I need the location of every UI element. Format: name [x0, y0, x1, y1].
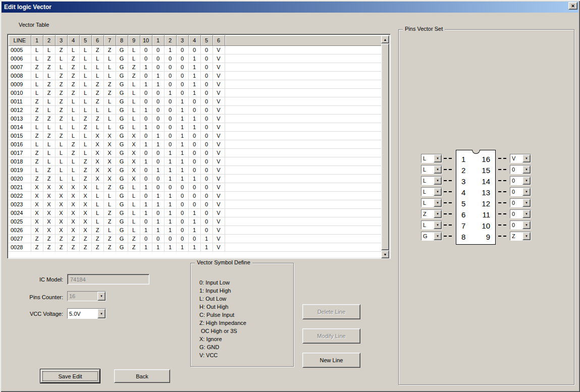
vcc-voltage-combo[interactable]: 5.0V ▼ [67, 308, 106, 319]
vector-value-cell: L [128, 208, 140, 217]
symbol-definition: L: Out Low [199, 295, 246, 303]
pin-12-combo[interactable]: 0▼ [510, 198, 531, 207]
table-row[interactable]: 0024XXXXXLZGL101010V [9, 208, 382, 217]
pin-14-combo[interactable]: 0▼ [510, 176, 531, 185]
pin-3-combo[interactable]: L▼ [421, 176, 442, 185]
vector-value-cell: G [116, 217, 128, 226]
vector-value-cell: 0 [164, 140, 176, 148]
pin-2-combo[interactable]: L▼ [421, 165, 442, 174]
pin-8-combo[interactable]: G▼ [421, 232, 442, 241]
vector-value-cell: 1 [140, 200, 152, 208]
table-row[interactable]: 0021XXXXXLZGL100000V [9, 183, 382, 191]
table-row[interactable]: 0025XXXXXLZGL011010V [9, 217, 382, 226]
pin-13-combo[interactable]: 0▼ [510, 187, 531, 196]
vector-value-cell: X [55, 217, 67, 226]
table-row[interactable]: 0010LZZZLZZGL001010V [9, 88, 382, 97]
table-row[interactable]: 0006LZLZLLLGL000010V [9, 54, 382, 63]
table-row[interactable]: 0015ZZZLLXXGX010100V [9, 131, 382, 140]
vector-value-cell: 1 [188, 174, 200, 183]
chevron-down-icon[interactable]: ▼ [522, 188, 531, 196]
pins-counter-combo[interactable]: 16 ▼ [67, 291, 106, 301]
pin-1-combo[interactable]: L▼ [421, 154, 442, 163]
pin-6-combo[interactable]: Z▼ [421, 209, 442, 218]
table-row[interactable]: 0008LLZZLLLGZ010010V [9, 71, 382, 80]
pin-row: Z▼ [497, 232, 531, 241]
chevron-down-icon[interactable]: ▼ [434, 232, 442, 240]
chevron-down-icon[interactable]: ▼ [522, 165, 531, 174]
new-line-button[interactable]: New Line [302, 353, 360, 368]
pin-5-combo[interactable]: L▼ [421, 198, 442, 207]
pin-row: V▼ [497, 154, 531, 163]
vector-value-cell: 1 [164, 174, 176, 183]
chevron-down-icon[interactable]: ▼ [522, 199, 531, 207]
vector-value-cell: L [67, 114, 79, 123]
line-number-cell: 0006 [9, 54, 31, 63]
chevron-down-icon[interactable]: ▼ [522, 232, 531, 240]
chevron-down-icon[interactable]: ▼ [522, 154, 531, 162]
vector-value-cell: L [55, 174, 67, 183]
table-row[interactable]: 0014LLLLZLLGL100110V [9, 123, 382, 131]
vector-value-cell: L [31, 140, 43, 148]
scroll-up-button[interactable]: ▲ [381, 35, 389, 43]
table-row[interactable]: 0022XXXXXLLGL011000V [9, 191, 382, 200]
vector-value-cell: Z [31, 63, 43, 71]
pin-value: L [421, 165, 434, 174]
table-row[interactable]: 0009LZZZLZZGL110010V [9, 80, 382, 88]
table-row[interactable]: 0017ZLLZLXXGX001100V [9, 148, 382, 157]
modify-line-button[interactable]: Modify Line [302, 328, 360, 344]
vector-value-cell: G [116, 71, 128, 80]
vertical-scrollbar[interactable]: ▲ ▼ [381, 35, 389, 258]
column-header: 9 [128, 35, 140, 45]
delete-line-button[interactable]: Delete Line [302, 304, 360, 319]
chevron-down-icon[interactable]: ▼ [434, 221, 442, 229]
pin-11-combo[interactable]: 0▼ [510, 209, 531, 218]
pin-number: 8 [461, 232, 465, 243]
chevron-down-icon[interactable]: ▼ [522, 210, 531, 218]
pin-16-combo[interactable]: V▼ [510, 154, 531, 163]
chevron-down-icon[interactable]: ▼ [97, 309, 106, 318]
vector-value-cell: X [79, 183, 91, 191]
pin-lead [444, 202, 454, 203]
table-row[interactable]: 0026XXXXXZLGL111010V [9, 226, 382, 234]
table-row[interactable]: 0012ZLZLLLLGL100100V [9, 105, 382, 114]
table-row[interactable]: 0016LLLZLXXGX110100V [9, 140, 382, 148]
close-button[interactable]: ✕ [568, 2, 577, 10]
vector-value-cell: Z [91, 114, 103, 123]
back-button[interactable]: Back [114, 369, 170, 383]
vector-value-cell: 1 [164, 200, 176, 208]
vector-value-cell: L [67, 174, 79, 183]
pin-lead [498, 158, 508, 159]
table-row[interactable]: 0011ZLZLLZLGL000100V [9, 97, 382, 105]
vector-value-cell: L [79, 140, 91, 148]
table-row[interactable]: 0023XXXXXLLGL111000V [9, 200, 382, 208]
pin-7-combo[interactable]: L▼ [421, 220, 442, 230]
table-row[interactable]: 0018ZLLLZXXGX101100V [9, 157, 382, 165]
chevron-down-icon[interactable]: ▼ [434, 177, 442, 185]
chevron-down-icon[interactable]: ▼ [522, 221, 531, 229]
scroll-down-button[interactable]: ▼ [381, 250, 389, 258]
ic-model-field[interactable]: 74184 [67, 274, 149, 285]
pin-9-combo[interactable]: Z▼ [510, 232, 531, 241]
vector-value-cell: L [79, 71, 91, 80]
save-edit-button[interactable]: Save Edit [40, 369, 100, 383]
table-row[interactable]: 0027ZZZZZZZGZ000001V [9, 234, 382, 243]
vector-value-cell: Z [91, 97, 103, 105]
vector-value-cell: 1 [140, 243, 152, 251]
table-row[interactable]: 0020ZZLLZXXGX001110V [9, 174, 382, 183]
chevron-down-icon[interactable]: ▼ [434, 154, 442, 162]
chevron-down-icon[interactable]: ▼ [434, 165, 442, 174]
table-row[interactable]: 0007ZZLZLLLGZ100010V [9, 63, 382, 71]
vector-value-cell: L [91, 54, 103, 63]
pin-15-combo[interactable]: 0▼ [510, 165, 531, 174]
chevron-down-icon[interactable]: ▼ [434, 188, 442, 196]
chevron-down-icon[interactable]: ▼ [434, 210, 442, 218]
table-row[interactable]: 0005LLZLLZZGL001000V [9, 45, 382, 54]
pin-4-combo[interactable]: L▼ [421, 187, 442, 196]
table-row[interactable]: 0013ZZZLZZLGL000110V [9, 114, 382, 123]
chevron-down-icon[interactable]: ▼ [434, 199, 442, 207]
scrollbar-thumb[interactable] [381, 43, 389, 250]
table-row[interactable]: 0019LZLLZXXGX011100V [9, 165, 382, 174]
chevron-down-icon[interactable]: ▼ [522, 177, 531, 185]
table-row[interactable]: 0028ZZZZZZZGZ111111V [9, 243, 382, 251]
pin-10-combo[interactable]: 0▼ [510, 220, 531, 230]
